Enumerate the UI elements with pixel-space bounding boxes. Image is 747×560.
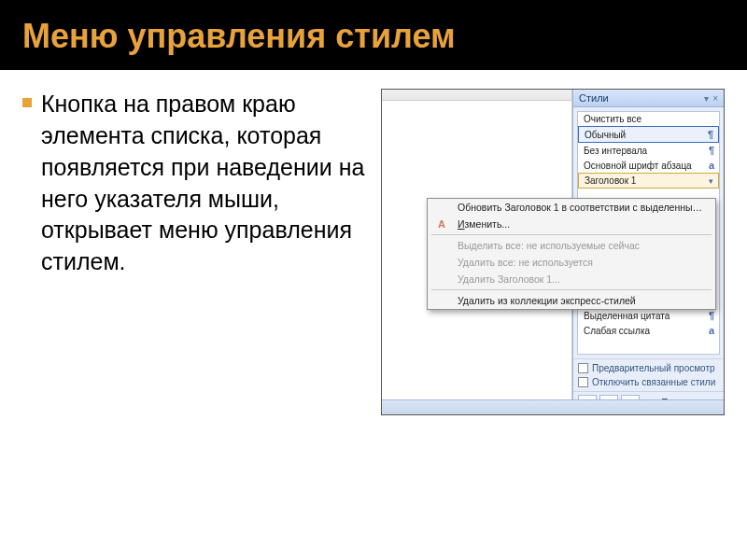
styles-pane-title: Стили (579, 92, 609, 104)
checkbox-icon[interactable] (578, 377, 588, 387)
context-menu-item[interactable]: Обновить Заголовок 1 в соответствии с вы… (428, 199, 715, 216)
style-row-label: Обычный (585, 130, 626, 140)
style-row[interactable]: Основной шрифт абзацаa (578, 158, 719, 173)
style-row[interactable]: Выделенная цитата¶ (578, 308, 719, 323)
preview-label: Предварительный просмотр (592, 363, 715, 373)
menu-item-label: Выделить все: не используемые сейчас (458, 240, 708, 251)
ruler (382, 90, 571, 101)
paragraph-marker-icon: ¶ (709, 145, 714, 156)
status-bar (382, 399, 724, 414)
bullet-item: Кнопка на правом краю элемента списка, к… (22, 89, 368, 278)
bullet-text: Кнопка на правом краю элемента списка, к… (41, 89, 368, 278)
slide-body: Кнопка на правом краю элемента списка, к… (0, 70, 747, 434)
disable-linked-checkbox-row[interactable]: Отключить связанные стили (578, 377, 719, 387)
style-row-label: Заголовок 1 (585, 175, 636, 186)
bullet-square-icon (22, 98, 32, 107)
slide-header: Меню управления стилем (0, 0, 747, 70)
styles-pane-title-bar[interactable]: Стили ▾ × (573, 90, 724, 107)
body-text-column: Кнопка на правом краю элемента списка, к… (22, 89, 368, 415)
context-menu-item[interactable]: AИзменить... (428, 216, 715, 232)
paragraph-marker-icon: ¶ (709, 310, 714, 321)
menu-item-icon: A (433, 218, 450, 230)
screenshot-frame: Стили ▾ × Очистить всеОбычный¶Без интерв… (381, 89, 725, 415)
style-row[interactable]: Обычный¶ (578, 126, 719, 143)
menu-item-label: Удалить все: не используется (458, 257, 708, 268)
style-context-menu[interactable]: Обновить Заголовок 1 в соответствии с вы… (427, 198, 716, 310)
style-row[interactable]: Слабая ссылкаa (578, 323, 719, 338)
menu-separator (431, 289, 712, 290)
styles-pane-footer: Предварительный просмотр Отключить связа… (573, 358, 724, 391)
style-row-label: Без интервала (584, 146, 647, 156)
style-row[interactable]: Без интервала¶ (578, 143, 719, 158)
preview-checkbox-row[interactable]: Предварительный просмотр (578, 363, 719, 373)
context-menu-item[interactable]: Удалить из коллекции экспресс-стилей (428, 292, 715, 309)
disable-linked-label: Отключить связанные стили (592, 377, 715, 387)
paragraph-marker-icon: ¶ (708, 129, 713, 140)
pane-close-icon[interactable]: × (712, 93, 718, 104)
style-row-label: Слабая ссылка (584, 326, 650, 336)
menu-item-label: Изменить... (458, 218, 708, 230)
menu-item-label: Удалить из коллекции экспресс-стилей (458, 295, 708, 306)
pane-title-controls[interactable]: ▾ × (704, 93, 718, 104)
chevron-down-icon[interactable]: ▾ (709, 176, 713, 186)
menu-separator (431, 234, 712, 235)
style-row-label: Очистить все (584, 114, 641, 124)
slide-title: Меню управления стилем (22, 17, 725, 55)
style-row-label: Основной шрифт абзаца (584, 161, 692, 171)
paragraph-marker-icon: a (709, 325, 714, 336)
style-row[interactable]: Очистить все (578, 112, 719, 126)
context-menu-item: Удалить Заголовок 1... (428, 271, 715, 287)
context-menu-item: Удалить все: не используется (428, 254, 715, 271)
style-row-label: Выделенная цитата (584, 311, 669, 321)
style-row[interactable]: Заголовок 1▾ (578, 173, 719, 189)
checkbox-icon[interactable] (578, 363, 588, 373)
menu-item-label: Удалить Заголовок 1... (458, 273, 708, 285)
paragraph-marker-icon: a (709, 160, 714, 171)
context-menu-item: Выделить все: не используемые сейчас (428, 237, 715, 254)
pane-dropdown-icon[interactable]: ▾ (704, 93, 709, 104)
menu-item-label: Обновить Заголовок 1 в соответствии с вы… (458, 202, 708, 213)
